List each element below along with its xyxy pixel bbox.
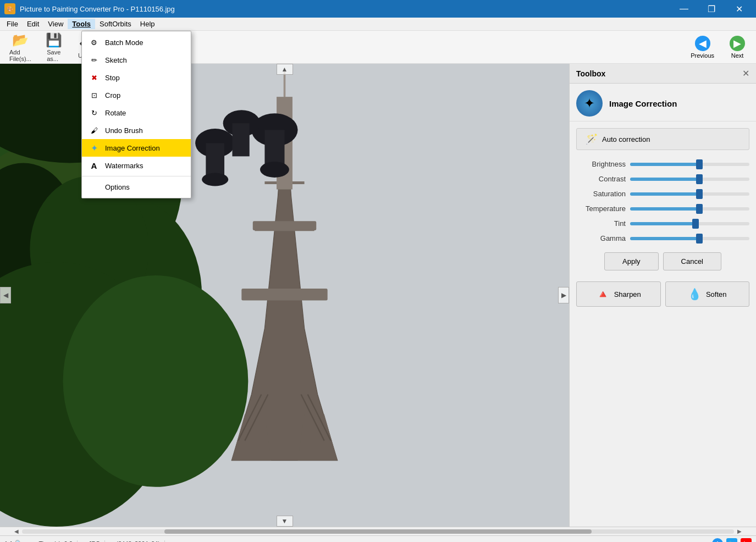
rotate-item-label: Rotate [105,109,184,117]
watermarks-item-label: Watermarks [105,162,184,170]
batch-mode-icon: ⚙ [89,37,100,48]
options-icon [89,181,100,192]
dropdown-crop[interactable]: ⊡ Crop [82,86,191,104]
dropdown-watermarks[interactable]: A Watermarks [82,157,191,174]
image-correction-item-label: Image Correction [105,144,184,152]
undo-brush-item-label: Undo Brush [105,126,184,135]
dropdown-separator [82,176,191,176]
stop-item-label: Stop [105,74,184,82]
crop-item-label: Crop [105,91,184,99]
image-correction-icon: ✦ [89,142,100,153]
dropdown-undo-brush[interactable]: 🖌 Undo Brush [82,121,191,139]
dropdown-sketch[interactable]: ✏ Sketch [82,51,191,69]
dropdown-stop[interactable]: ✖ Stop [82,69,191,86]
tools-dropdown-menu: ⚙ Batch Mode ✏ Sketch ✖ Stop ⊡ Crop ↻ Ro… [81,31,191,198]
sketch-item-label: Sketch [105,56,184,64]
undo-brush-icon: 🖌 [89,125,100,136]
watermarks-item-icon: A [89,160,100,171]
batch-mode-item-label: Batch Mode [105,38,184,47]
stop-icon: ✖ [89,72,100,83]
dropdown-batch-mode[interactable]: ⚙ Batch Mode [82,34,191,51]
dropdown-rotate[interactable]: ↻ Rotate [82,104,191,121]
rotate-icon: ↻ [89,107,100,118]
dropdown-options[interactable]: Options [82,178,191,196]
options-item-label: Options [105,183,184,191]
sketch-icon: ✏ [89,54,100,65]
crop-icon: ⊡ [89,90,100,101]
dropdown-image-correction[interactable]: ✦ Image Correction [82,139,191,157]
